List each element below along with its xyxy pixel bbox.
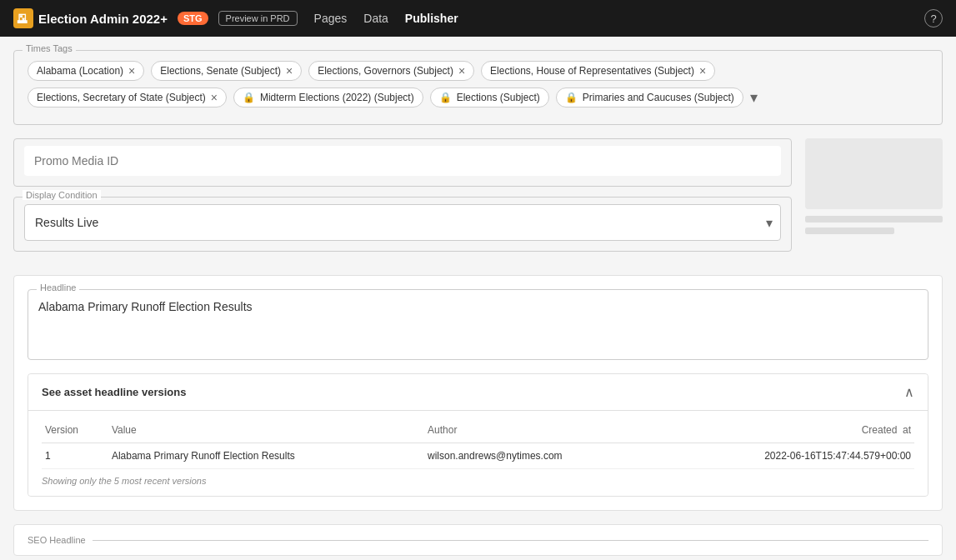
svg-text:🗳: 🗳 [17,12,28,25]
promo-media-input[interactable] [24,146,781,176]
stg-badge: STG [178,12,208,25]
versions-toggle[interactable]: See asset headline versions ∧ [28,374,928,410]
headline-label: Headline [37,282,79,292]
headline-section: Headline See asset headline versions ∧ V… [13,275,943,511]
tag-elections-sos: Elections, Secretary of State (Subject) … [28,88,227,108]
tag-label: Primaries and Caucuses (Subject) [583,92,734,103]
tag-label: Elections, Governors (Subject) [318,65,453,77]
tag-elections-senate: Elections, Senate (Subject) × [151,61,302,81]
tag-label: Elections, House of Representatives (Sub… [490,65,694,77]
main-nav: Pages Data Publisher [314,8,458,28]
main-content: Times Tags Alabama (Location) × Election… [0,37,956,560]
versions-section: See asset headline versions ∧ Version Va… [28,373,928,497]
seo-label: SEO Headline [28,535,86,545]
lock-icon: 🔒 [439,92,452,103]
lock-icon: 🔒 [565,92,578,103]
versions-table: Version Value Author Created at 1 Alabam… [42,418,914,469]
cell-author: wilson.andrews@nytimes.com [424,443,659,469]
tag-label: Elections, Secretary of State (Subject) [37,92,206,103]
display-condition-wrapper: Results Live Always Never ▾ [24,204,781,241]
tag-label: Elections, Senate (Subject) [160,65,281,77]
tag-label: Midterm Elections (2022) (Subject) [260,92,414,103]
nav-pages[interactable]: Pages [314,8,348,28]
display-condition-label: Display Condition [23,190,101,200]
tag-elections: 🔒 Elections (Subject) [430,88,549,108]
preview-prd-button[interactable]: Preview in PRD [218,11,298,26]
col-version: Version [42,418,108,443]
promo-image-row: Display Condition Results Live Always Ne… [13,138,943,262]
times-tags-label: Times Tags [23,43,76,53]
versions-chevron-icon: ∧ [904,384,914,400]
caption-line-1 [805,216,943,222]
display-condition-fieldset: Display Condition Results Live Always Ne… [13,197,792,252]
tag-midterm: 🔒 Midterm Elections (2022) (Subject) [233,88,423,108]
headline-input[interactable] [38,297,918,347]
versions-note: Showing only the 5 most recent versions [42,476,914,486]
version-row: 1 Alabama Primary Runoff Election Result… [42,443,914,469]
caption-line-2 [805,228,894,234]
tags-expand-button[interactable]: ▾ [750,88,758,107]
tag-remove-alabama[interactable]: × [128,65,135,77]
image-caption [805,216,943,234]
col-created: Created at [659,418,914,443]
tag-remove-governors[interactable]: × [458,65,465,77]
tags-container: Alabama (Location) × Elections, Senate (… [28,61,928,108]
times-tags-section: Times Tags Alabama (Location) × Election… [13,50,943,125]
versions-body: Version Value Author Created at 1 Alabam… [28,410,928,496]
seo-section: SEO Headline [13,524,943,556]
app-logo-icon: 🗳 [13,8,33,28]
col-value: Value [108,418,424,443]
versions-title: See asset headline versions [42,386,186,398]
tag-label: Elections (Subject) [457,92,540,103]
app-title: Election Admin 2022+ [38,12,168,26]
seo-divider [93,540,928,541]
tag-elections-governors: Elections, Governors (Subject) × [308,61,474,81]
promo-left-col: Display Condition Results Live Always Ne… [13,138,792,262]
app-logo: 🗳 Election Admin 2022+ [13,8,168,28]
headline-fieldset: Headline [28,289,928,360]
nav-data[interactable]: Data [363,8,388,28]
tag-remove-senate[interactable]: × [286,65,293,77]
cell-created: 2022-06-16T15:47:44.579+00:00 [659,443,914,469]
lock-icon: 🔒 [243,92,255,103]
cell-version-num: 1 [42,443,108,469]
promo-media-fieldset [13,138,792,187]
tag-remove-sos[interactable]: × [211,92,218,103]
display-condition-select[interactable]: Results Live Always Never [24,204,781,241]
tag-primaries: 🔒 Primaries and Caucuses (Subject) [556,88,743,108]
promo-right-col [805,138,943,262]
promo-image-placeholder [805,138,943,209]
help-button[interactable]: ? [924,9,943,28]
tag-elections-house: Elections, House of Representatives (Sub… [481,61,715,81]
cell-value: Alabama Primary Runoff Election Results [108,443,424,469]
nav-publisher[interactable]: Publisher [405,8,458,28]
tag-label: Alabama (Location) [37,65,123,77]
tag-alabama: Alabama (Location) × [28,61,144,81]
col-author: Author [424,418,659,443]
app-header: 🗳 Election Admin 2022+ STG Preview in PR… [0,0,956,37]
tag-remove-house[interactable]: × [699,65,706,77]
